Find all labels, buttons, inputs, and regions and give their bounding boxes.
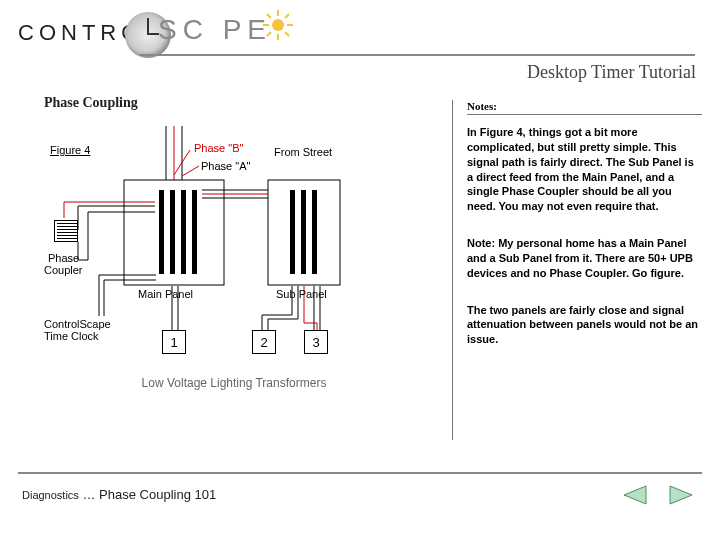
diagram: Figure 4 Phase "B" Phase "A" From Street…: [44, 120, 424, 390]
breadcrumb-title: Phase Coupling 101: [99, 487, 216, 502]
svg-rect-12: [159, 190, 164, 274]
svg-rect-14: [181, 190, 186, 274]
svg-marker-20: [624, 486, 646, 504]
wiring: [44, 120, 424, 380]
note-paragraph: In Figure 4, things got a bit more compl…: [467, 125, 702, 214]
sun-icon: [263, 10, 293, 44]
phase-coupler-icon: [54, 220, 78, 242]
logo-text-scape: SC PE: [158, 14, 272, 46]
logo: CONTROL SC PE: [18, 10, 338, 70]
notes-heading: Notes:: [467, 100, 702, 115]
from-street-label: From Street: [274, 146, 332, 158]
svg-rect-15: [192, 190, 197, 274]
controlscape-label-2: Time Clock: [44, 330, 99, 342]
svg-line-7: [285, 14, 289, 18]
transformer-3: 3: [304, 330, 328, 354]
transformer-1: 1: [162, 330, 186, 354]
breadcrumb-prefix: Diagnostics: [22, 489, 79, 501]
sub-panel-label: Sub Panel: [276, 288, 327, 300]
diagram-area: Figure 4 Phase "B" Phase "A" From Street…: [44, 120, 424, 430]
notes-panel: Notes: In Figure 4, things got a bit mor…: [452, 100, 702, 440]
page: CONTROL SC PE Desktop Timer Tutorial Pha…: [0, 0, 720, 540]
breadcrumb-dots: …: [82, 487, 95, 502]
main-panel-label: Main Panel: [138, 288, 193, 300]
section-title: Phase Coupling: [44, 95, 138, 111]
svg-line-5: [267, 14, 271, 18]
note-paragraph: The two panels are fairly close and sign…: [467, 303, 702, 348]
phase-coupler-label-2: Coupler: [44, 264, 83, 276]
svg-point-0: [272, 19, 284, 31]
phase-b-label: Phase "B": [194, 142, 243, 154]
breadcrumb: Diagnostics … Phase Coupling 101: [22, 487, 216, 502]
svg-line-10: [182, 166, 199, 176]
phase-a-label: Phase "A": [201, 160, 250, 172]
svg-line-6: [285, 32, 289, 36]
svg-marker-21: [670, 486, 692, 504]
page-title: Desktop Timer Tutorial: [527, 62, 696, 83]
svg-rect-13: [170, 190, 175, 274]
diagram-caption: Low Voltage Lighting Transformers: [44, 376, 424, 390]
svg-rect-19: [312, 190, 317, 274]
note-paragraph: Note: My personal home has a Main Panel …: [467, 236, 702, 281]
svg-rect-17: [290, 190, 295, 274]
controlscape-label-1: ControlScape: [44, 318, 111, 330]
transformer-2: 2: [252, 330, 276, 354]
figure-label: Figure 4: [50, 144, 90, 156]
svg-line-8: [267, 32, 271, 36]
phase-coupler-label-1: Phase: [48, 252, 79, 264]
footer-rule: [18, 472, 702, 474]
nav-buttons: [620, 484, 696, 506]
next-button[interactable]: [668, 484, 696, 506]
prev-button[interactable]: [620, 484, 648, 506]
svg-rect-18: [301, 190, 306, 274]
header-rule: [140, 54, 695, 56]
